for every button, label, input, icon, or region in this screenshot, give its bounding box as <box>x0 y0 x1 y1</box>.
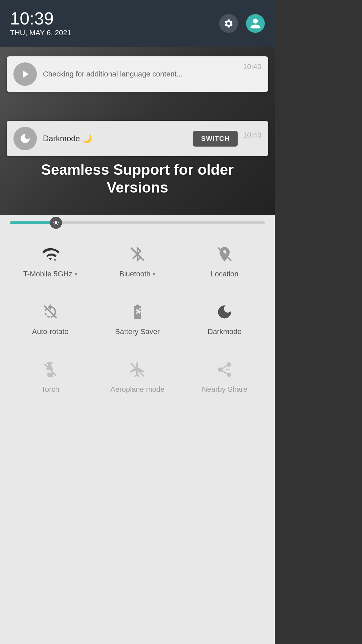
autorotate-icon <box>42 303 59 321</box>
darkmode-label: Darkmode <box>207 327 241 336</box>
battery-saver-label-row: Battery Saver <box>115 327 160 336</box>
notification2-icon <box>13 127 37 150</box>
quick-tiles-row2: Auto-rotate Battery Saver Darkmode <box>0 292 275 350</box>
tile-autorotate[interactable]: Auto-rotate <box>7 292 94 343</box>
play-store-icon <box>19 68 31 80</box>
airplane-label: Aeroplane mode <box>110 385 164 394</box>
status-bar: 10:39 THU, MAY 6, 2021 <box>0 0 275 47</box>
darkmode-moon-icon <box>19 132 31 145</box>
battery-saver-label: Battery Saver <box>115 327 160 336</box>
notification2-left: Darkmode 🌙 <box>13 127 92 150</box>
autorotate-label: Auto-rotate <box>32 327 69 336</box>
notification-time: 10:40 <box>243 62 261 71</box>
wifi-icon <box>42 246 59 263</box>
seamless-title-line2: Versions <box>13 179 261 197</box>
status-time-block: 10:39 THU, MAY 6, 2021 <box>10 10 71 37</box>
airplane-label-row: Aeroplane mode <box>110 385 164 394</box>
brightness-icon <box>53 219 59 226</box>
nearby-share-icon-container <box>215 360 235 380</box>
notification2-right: SWITCH 10:40 <box>193 131 261 147</box>
location-icon <box>216 246 233 263</box>
settings-button[interactable] <box>219 14 238 33</box>
status-time: 10:39 <box>10 10 71 27</box>
tile-wifi[interactable]: T-Mobile 5GHz ▾ <box>7 234 94 285</box>
battery-saver-icon <box>129 303 146 321</box>
notification2-text: Darkmode 🌙 <box>43 134 92 143</box>
gear-icon <box>224 18 234 29</box>
notification2-time: 10:40 <box>243 131 261 140</box>
bluetooth-icon-container <box>127 244 147 264</box>
nearby-share-label-row: Nearby Share <box>202 385 247 394</box>
bluetooth-label: Bluetooth <box>119 270 150 278</box>
nearby-share-icon <box>216 361 233 378</box>
torch-label: Torch <box>41 385 59 394</box>
brightness-track[interactable] <box>10 221 265 224</box>
wifi-label: T-Mobile 5GHz <box>23 270 72 278</box>
autorotate-icon-container <box>40 302 60 322</box>
tile-torch[interactable]: Torch <box>7 350 94 400</box>
darkmode-label-row: Darkmode <box>207 327 241 336</box>
darkmode-icon-container <box>215 302 235 322</box>
location-icon-container <box>215 244 235 264</box>
quick-settings-panel: T-Mobile 5GHz ▾ Bluetooth ▾ <box>0 215 275 644</box>
notification-darkmode[interactable]: Darkmode 🌙 SWITCH 10:40 <box>7 121 268 156</box>
darkmode-crescent-icon <box>216 303 233 321</box>
location-label: Location <box>210 270 238 278</box>
status-date: THU, MAY 6, 2021 <box>10 29 71 37</box>
svg-marker-0 <box>54 259 56 262</box>
notification-language[interactable]: Checking for additional language content… <box>7 56 268 92</box>
wifi-icon-container <box>40 244 60 264</box>
torch-icon-container <box>40 360 60 380</box>
torch-label-row: Torch <box>41 385 59 394</box>
tile-location[interactable]: Location <box>181 234 268 285</box>
wifi-label-row: T-Mobile 5GHz ▾ <box>23 270 77 278</box>
switch-button[interactable]: SWITCH <box>193 131 238 147</box>
seamless-overlay: Seamless Support for older Versions <box>0 161 275 197</box>
notification-app-icon <box>13 62 37 86</box>
quick-tiles-row3: Torch Aeroplane mode <box>0 350 275 400</box>
brightness-thumb[interactable] <box>50 217 62 229</box>
bluetooth-dropdown-arrow[interactable]: ▾ <box>153 270 156 278</box>
tile-battery-saver[interactable]: Battery Saver <box>94 292 181 343</box>
brightness-fill <box>10 221 56 224</box>
autorotate-label-row: Auto-rotate <box>32 327 69 336</box>
airplane-icon-container <box>127 360 147 380</box>
profile-avatar[interactable] <box>246 14 265 33</box>
location-label-row: Location <box>210 270 238 278</box>
quick-tiles-row1: T-Mobile 5GHz ▾ Bluetooth ▾ <box>0 227 275 292</box>
tile-nearby-share[interactable]: Nearby Share <box>181 350 268 400</box>
battery-saver-icon-container <box>127 302 147 322</box>
bluetooth-icon <box>129 246 146 263</box>
nearby-share-label: Nearby Share <box>202 385 247 394</box>
notification-left: Checking for additional language content… <box>13 62 183 86</box>
profile-icon <box>249 17 261 30</box>
torch-icon <box>42 361 59 378</box>
brightness-row[interactable] <box>0 215 275 227</box>
tile-airplane[interactable]: Aeroplane mode <box>94 350 181 400</box>
bluetooth-label-row: Bluetooth ▾ <box>119 270 156 278</box>
wifi-dropdown-arrow[interactable]: ▾ <box>74 270 77 278</box>
seamless-title-line1: Seamless Support for older <box>13 161 261 179</box>
notification-text: Checking for additional language content… <box>43 70 183 78</box>
airplane-icon <box>129 361 146 378</box>
tile-darkmode[interactable]: Darkmode <box>181 292 268 343</box>
status-icons <box>219 14 265 33</box>
tile-bluetooth[interactable]: Bluetooth ▾ <box>94 234 181 285</box>
